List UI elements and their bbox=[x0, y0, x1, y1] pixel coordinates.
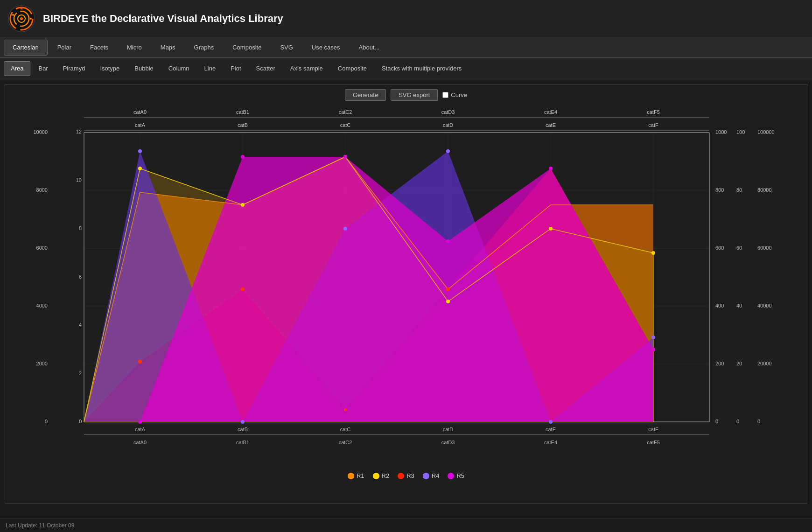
nav-item-graphs[interactable]: Graphs bbox=[185, 40, 223, 56]
svg-text:80000: 80000 bbox=[757, 187, 772, 193]
svg-text:12: 12 bbox=[76, 129, 82, 134]
sub-nav-area[interactable]: Area bbox=[4, 61, 30, 76]
legend-r1: R1 bbox=[348, 472, 364, 479]
sub-nav-axis-sample[interactable]: Axis sample bbox=[283, 61, 330, 76]
nav-item-about[interactable]: About... bbox=[350, 40, 389, 56]
dot-r4-catE bbox=[549, 420, 553, 424]
dot-r5-catF bbox=[651, 348, 655, 351]
footer: Last Update: 11 October 09 bbox=[0, 518, 812, 532]
legend-dot-r1 bbox=[348, 473, 354, 479]
svg-text:catD: catD bbox=[443, 427, 454, 432]
svg-text:4: 4 bbox=[79, 322, 82, 328]
chart-container: Generate SVG export Curve catA0 catB1 ca… bbox=[5, 84, 807, 504]
svg-text:0: 0 bbox=[79, 419, 82, 424]
chart-legend: R1 R2 R3 R4 R5 bbox=[10, 472, 802, 479]
svg-point-6 bbox=[30, 18, 32, 20]
nav-item-composite[interactable]: Composite bbox=[224, 40, 270, 56]
svg-text:10000: 10000 bbox=[33, 129, 48, 135]
dot-r4-catF bbox=[651, 336, 655, 339]
svg-text:catF: catF bbox=[648, 427, 658, 432]
svg-text:0: 0 bbox=[757, 419, 760, 424]
svg-text:8: 8 bbox=[79, 225, 82, 231]
legend-dot-r2 bbox=[373, 473, 379, 479]
svg-text:8000: 8000 bbox=[36, 187, 48, 193]
dot-r2-catD bbox=[446, 300, 450, 303]
dot-r3-catC bbox=[344, 408, 347, 411]
dot-r2-catB bbox=[241, 203, 245, 207]
dot-r4-catC bbox=[343, 227, 347, 231]
svg-text:catE4: catE4 bbox=[544, 109, 557, 115]
nav-item-svg[interactable]: SVG bbox=[271, 40, 301, 56]
svg-text:catC: catC bbox=[340, 427, 351, 432]
svg-export-button[interactable]: SVG export bbox=[391, 89, 438, 101]
nav-item-maps[interactable]: Maps bbox=[152, 40, 184, 56]
logo-icon bbox=[7, 5, 35, 33]
legend-label-r5: R5 bbox=[456, 472, 464, 479]
dot-r3-catD bbox=[446, 287, 450, 291]
svg-text:100: 100 bbox=[736, 129, 745, 135]
svg-text:40000: 40000 bbox=[757, 303, 772, 308]
dot-r4-catD bbox=[446, 149, 450, 153]
svg-text:catE4: catE4 bbox=[544, 440, 557, 445]
sub-nav-column[interactable]: Column bbox=[161, 61, 196, 76]
svg-text:0: 0 bbox=[715, 419, 718, 424]
svg-text:catE: catE bbox=[546, 122, 556, 128]
sub-nav-piramyd[interactable]: Piramyd bbox=[56, 61, 92, 76]
legend-dot-r3 bbox=[398, 473, 404, 479]
svg-text:catB: catB bbox=[238, 122, 248, 128]
legend-dot-r4 bbox=[423, 473, 429, 479]
nav-item-cartesian[interactable]: Cartesian bbox=[4, 40, 48, 56]
svg-text:catF: catF bbox=[648, 122, 658, 128]
nav-item-usecases[interactable]: Use cases bbox=[303, 40, 349, 56]
svg-text:600: 600 bbox=[715, 245, 724, 251]
svg-point-4 bbox=[20, 17, 23, 20]
svg-text:6000: 6000 bbox=[36, 245, 48, 251]
chart-svg-wrapper: catA0 catB1 catC2 catD3 catE4 catF5 catA… bbox=[10, 105, 802, 469]
svg-text:4000: 4000 bbox=[36, 303, 48, 308]
svg-text:60: 60 bbox=[736, 245, 742, 251]
curve-label[interactable]: Curve bbox=[451, 91, 467, 98]
dot-r5-catD bbox=[446, 239, 450, 243]
svg-text:catC2: catC2 bbox=[339, 440, 352, 445]
svg-text:20000: 20000 bbox=[757, 361, 772, 366]
sub-nav-composite[interactable]: Composite bbox=[331, 61, 374, 76]
legend-dot-r5 bbox=[448, 473, 454, 479]
legend-r3: R3 bbox=[398, 472, 414, 479]
dot-r2-catA bbox=[138, 167, 142, 170]
generate-button[interactable]: Generate bbox=[345, 89, 386, 101]
svg-text:40: 40 bbox=[736, 303, 742, 308]
curve-checkbox[interactable] bbox=[442, 92, 448, 98]
nav-item-micro[interactable]: Micro bbox=[118, 40, 151, 56]
dot-r3-catA bbox=[138, 360, 142, 364]
footer-text: Last Update: 11 October 09 bbox=[6, 522, 74, 529]
legend-label-r3: R3 bbox=[406, 472, 414, 479]
sub-nav-line[interactable]: Line bbox=[197, 61, 223, 76]
legend-label-r1: R1 bbox=[357, 472, 364, 479]
sub-nav-bar[interactable]: Bar bbox=[31, 61, 55, 76]
svg-text:catD3: catD3 bbox=[441, 440, 455, 445]
sub-nav-isotype[interactable]: Isotype bbox=[93, 61, 126, 76]
sub-nav-scatter[interactable]: Scatter bbox=[249, 61, 282, 76]
svg-text:6: 6 bbox=[79, 274, 82, 280]
legend-r5: R5 bbox=[448, 472, 464, 479]
dot-r4-catB bbox=[241, 420, 245, 424]
nav-item-facets[interactable]: Facets bbox=[81, 40, 117, 56]
nav-item-polar[interactable]: Polar bbox=[49, 40, 80, 56]
svg-text:catE: catE bbox=[546, 427, 556, 432]
sub-nav-bubble[interactable]: Bubble bbox=[127, 61, 160, 76]
svg-text:2: 2 bbox=[79, 371, 82, 376]
svg-text:catD3: catD3 bbox=[441, 109, 455, 115]
sub-nav-plot[interactable]: Plot bbox=[224, 61, 248, 76]
sub-nav-stacks[interactable]: Stacks with multiple providers bbox=[375, 61, 469, 76]
dot-r4-catA bbox=[138, 149, 142, 153]
svg-text:catC2: catC2 bbox=[339, 109, 352, 115]
svg-point-5 bbox=[21, 7, 23, 9]
svg-text:100000: 100000 bbox=[757, 129, 775, 135]
svg-text:20: 20 bbox=[736, 361, 742, 366]
svg-text:800: 800 bbox=[715, 187, 724, 193]
dot-r5-catA bbox=[138, 420, 142, 424]
svg-text:catD: catD bbox=[443, 122, 454, 128]
svg-point-7 bbox=[12, 14, 14, 16]
svg-text:80: 80 bbox=[736, 187, 742, 193]
svg-text:2000: 2000 bbox=[36, 361, 48, 366]
